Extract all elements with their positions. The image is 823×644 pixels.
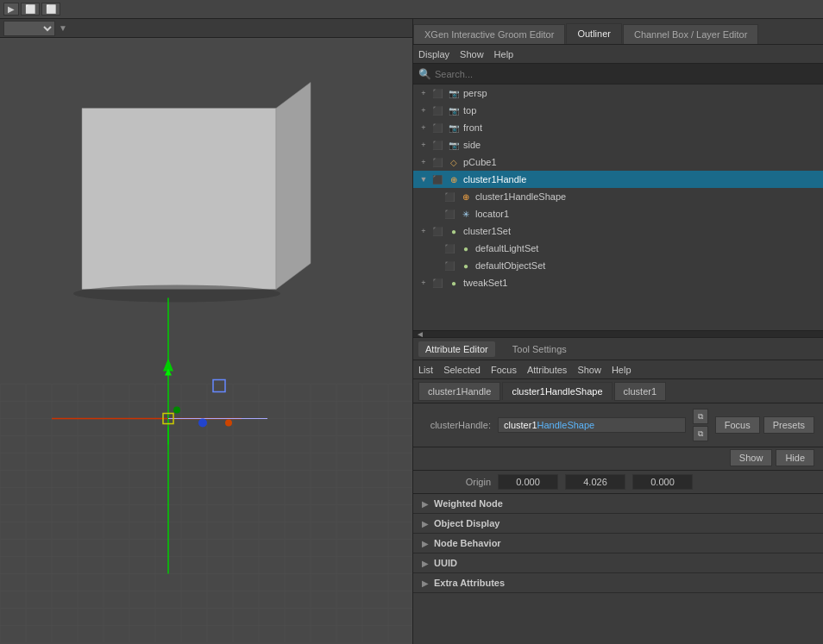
origin-x-input[interactable]	[498, 474, 558, 490]
attr-menu-list[interactable]: List	[418, 365, 433, 375]
copy-buttons: ⧉ ⧉	[693, 409, 708, 441]
attr-menu-help[interactable]: Help	[612, 365, 631, 375]
viewport-canvas	[0, 38, 412, 644]
section-header-extra-attributes[interactable]: ▶ Extra Attributes	[413, 573, 823, 592]
viewport-select-arrow: ▼	[59, 23, 67, 33]
tab-tool-settings[interactable]: Tool Settings	[506, 341, 574, 357]
node-tab-cluster1[interactable]: cluster1	[614, 382, 667, 401]
tab-xgen[interactable]: XGen Interactive Groom Editor	[413, 24, 565, 44]
expand-icon-cluster1set: +	[418, 226, 429, 236]
tree-item-pcube1[interactable]: + ⬛ ◇ pCube1	[413, 153, 823, 171]
node-tab-cluster1handleshape[interactable]: cluster1HandleShape	[502, 382, 612, 400]
tree-label-defaultobjectset: defaultObjectSet	[475, 260, 545, 271]
set-icon-cluster1set: ●	[447, 224, 461, 238]
outliner-section: Display Show Help 🔍 + ⬛ 📷 persp	[413, 45, 823, 338]
tree-label-front: front	[463, 122, 482, 133]
toolbar-btn-2[interactable]: ⬜	[21, 3, 40, 16]
copy-btn-2[interactable]: ⧉	[693, 426, 708, 441]
tree-label-locator1: locator1	[475, 209, 509, 219]
tree-item-side[interactable]: + ⬛ 📷 side	[413, 136, 823, 153]
tree-label-defaultlightset: defaultLightSet	[475, 243, 538, 253]
section-header-uuid[interactable]: ▶ UUID	[413, 553, 823, 572]
expand-icon-defaultlightset	[430, 243, 441, 253]
main-tab-bar: XGen Interactive Groom Editor Outliner C…	[413, 19, 823, 45]
show-hide-row: Show Hide	[413, 447, 823, 471]
node-icon-defaultobjectset: ⬛	[443, 259, 456, 272]
svg-point-43	[198, 419, 207, 428]
origin-z-input[interactable]	[632, 474, 693, 490]
tree-item-top[interactable]: + ⬛ 📷 top	[413, 102, 823, 119]
section-header-object-display[interactable]: ▶ Object Display	[413, 514, 823, 533]
menu-help[interactable]: Help	[494, 49, 514, 59]
tree-label-pcube1: pCube1	[463, 157, 497, 167]
copy-btn-1[interactable]: ⧉	[693, 409, 708, 424]
mesh-icon-pcube1: ◇	[447, 155, 461, 169]
expand-icon-side: +	[418, 140, 429, 150]
set-icon-tweakset1: ●	[447, 276, 461, 290]
cluster-handle-value-highlight: HandleShape	[537, 420, 595, 430]
locator-icon-locator1: ✳	[459, 207, 473, 221]
tree-item-persp[interactable]: + ⬛ 📷 persp	[413, 84, 823, 102]
node-icon-side: ⬛	[430, 138, 444, 152]
tree-item-cluster1handleshape[interactable]: ⬛ ⊕ cluster1HandleShape	[413, 188, 823, 205]
menu-display[interactable]: Display	[418, 49, 449, 59]
tab-outliner[interactable]: Outliner	[566, 23, 622, 44]
cluster-handle-value: cluster1HandleShape	[498, 417, 686, 433]
set-icon-defaultobjectset: ●	[459, 259, 473, 272]
section-header-node-behavior[interactable]: ▶ Node Behavior	[413, 534, 823, 553]
section-title-node-behavior: Node Behavior	[434, 538, 501, 548]
section-title-weighted-node: Weighted Node	[434, 498, 503, 509]
toolbar-btn-1[interactable]: ▶	[3, 3, 19, 16]
menu-show[interactable]: Show	[460, 49, 484, 59]
origin-y-input[interactable]	[565, 474, 625, 490]
section-title-object-display: Object Display	[434, 518, 499, 528]
attr-menu-selected[interactable]: Selected	[443, 365, 481, 375]
tab-channelbox[interactable]: Channel Box / Layer Editor	[623, 24, 758, 44]
section-header-weighted-node[interactable]: ▶ Weighted Node	[413, 494, 823, 513]
tree-label-cluster1handle: cluster1Handle	[463, 174, 526, 184]
node-icon-tweakset1: ⬛	[430, 276, 444, 290]
set-icon-defaultlightset: ●	[459, 241, 473, 255]
viewport-select[interactable]	[3, 21, 55, 36]
svg-point-45	[173, 407, 180, 414]
attr-menu-attributes[interactable]: Attributes	[527, 365, 567, 375]
tree-item-defaultobjectset[interactable]: ⬛ ● defaultObjectSet	[413, 257, 823, 274]
tree-item-locator1[interactable]: ⬛ ✳ locator1	[413, 205, 823, 222]
node-icon-locator1: ⬛	[443, 207, 456, 221]
tree-label-side: side	[463, 140, 481, 150]
main-container: ▼	[0, 19, 823, 644]
hide-button[interactable]: Hide	[776, 449, 814, 466]
expand-icon-cluster1handle: ▼	[418, 174, 429, 184]
tree-item-front[interactable]: + ⬛ 📷 front	[413, 119, 823, 136]
toolbar-btn-3[interactable]: ⬜	[41, 3, 60, 16]
expand-icon-front: +	[418, 122, 429, 133]
node-icon-cluster1handleshape: ⬛	[443, 190, 456, 203]
node-icon-cluster1handle: ⬛	[430, 172, 444, 186]
node-icon-pcube1: ⬛	[430, 155, 444, 169]
focus-button[interactable]: Focus	[715, 416, 760, 434]
tree-item-defaultlightset[interactable]: ⬛ ● defaultLightSet	[413, 240, 823, 257]
attr-tool-tab-bar: Attribute Editor Tool Settings	[413, 338, 823, 360]
arrow-icon-uuid: ▶	[422, 559, 429, 568]
presets-button[interactable]: Presets	[763, 416, 814, 434]
attr-menu-bar: List Selected Focus Attributes Show Help	[413, 360, 823, 379]
tree-item-cluster1set[interactable]: + ⬛ ● cluster1Set	[413, 222, 823, 240]
expand-icon-persp: +	[418, 88, 429, 98]
search-input[interactable]	[435, 69, 818, 79]
tab-attribute-editor[interactable]: Attribute Editor	[418, 341, 495, 357]
right-panel: XGen Interactive Groom Editor Outliner C…	[412, 19, 823, 644]
node-icon-cluster1set: ⬛	[430, 224, 444, 238]
tree-item-cluster1handle[interactable]: ▼ ⬛ ⊕ cluster1Handle	[413, 171, 823, 188]
tree-label-tweakset1: tweakSet1	[463, 278, 507, 288]
node-icon-persp: ⬛	[430, 86, 444, 100]
show-button[interactable]: Show	[730, 449, 773, 466]
outliner-tree[interactable]: + ⬛ 📷 persp + ⬛ 📷 top + ⬛ 📷 front	[413, 84, 823, 330]
node-tab-cluster1handle[interactable]: cluster1Handle	[418, 382, 500, 401]
attr-menu-show[interactable]: Show	[577, 365, 601, 375]
svg-point-44	[225, 420, 232, 427]
tree-item-tweakset1[interactable]: + ⬛ ● tweakSet1	[413, 274, 823, 291]
svg-marker-34	[276, 83, 311, 290]
section-object-display: ▶ Object Display	[413, 514, 823, 534]
attr-menu-focus[interactable]: Focus	[491, 365, 517, 375]
expand-icon-pcube1: +	[418, 157, 429, 167]
